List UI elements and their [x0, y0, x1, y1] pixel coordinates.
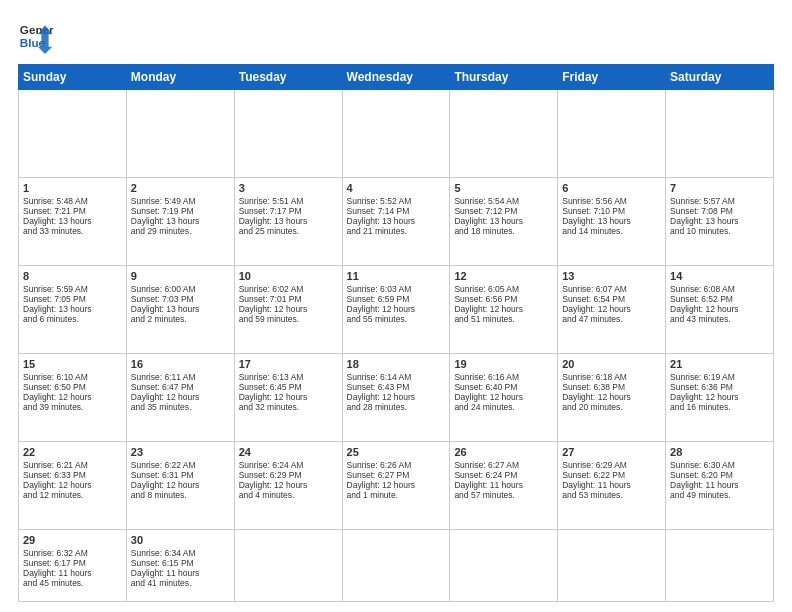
day-info-line: and 12 minutes.: [23, 490, 122, 500]
day-info-line: Sunset: 6:47 PM: [131, 382, 230, 392]
day-info-line: Daylight: 12 hours: [23, 480, 122, 490]
day-info-line: Daylight: 13 hours: [23, 216, 122, 226]
day-info-line: Daylight: 11 hours: [670, 480, 769, 490]
day-cell: 14Sunrise: 6:08 AMSunset: 6:52 PMDayligh…: [666, 266, 774, 354]
day-info-line: and 24 minutes.: [454, 402, 553, 412]
day-info-line: Daylight: 12 hours: [670, 304, 769, 314]
day-number: 4: [347, 182, 446, 194]
day-info-line: Sunrise: 6:29 AM: [562, 460, 661, 470]
day-info-line: and 8 minutes.: [131, 490, 230, 500]
day-info-line: Sunrise: 5:48 AM: [23, 196, 122, 206]
day-cell: 27Sunrise: 6:29 AMSunset: 6:22 PMDayligh…: [558, 442, 666, 530]
day-info-line: Daylight: 12 hours: [454, 392, 553, 402]
day-number: 23: [131, 446, 230, 458]
day-cell: 22Sunrise: 6:21 AMSunset: 6:33 PMDayligh…: [19, 442, 127, 530]
day-number: 19: [454, 358, 553, 370]
day-info-line: Sunrise: 6:02 AM: [239, 284, 338, 294]
day-cell: [234, 90, 342, 178]
day-info-line: Sunrise: 6:32 AM: [23, 548, 122, 558]
day-info-line: and 18 minutes.: [454, 226, 553, 236]
logo: General Blue: [18, 18, 54, 54]
day-info-line: Daylight: 13 hours: [131, 216, 230, 226]
day-number: 28: [670, 446, 769, 458]
col-header-wednesday: Wednesday: [342, 65, 450, 90]
col-header-sunday: Sunday: [19, 65, 127, 90]
day-info-line: Sunrise: 6:19 AM: [670, 372, 769, 382]
day-info-line: and 35 minutes.: [131, 402, 230, 412]
day-info-line: and 55 minutes.: [347, 314, 446, 324]
day-cell: 8Sunrise: 5:59 AMSunset: 7:05 PMDaylight…: [19, 266, 127, 354]
week-row-0: [19, 90, 774, 178]
day-info-line: Daylight: 12 hours: [562, 392, 661, 402]
day-info-line: and 21 minutes.: [347, 226, 446, 236]
day-cell: [342, 530, 450, 602]
day-info-line: Sunset: 6:22 PM: [562, 470, 661, 480]
day-info-line: and 57 minutes.: [454, 490, 553, 500]
day-info-line: Daylight: 13 hours: [454, 216, 553, 226]
week-row-1: 1Sunrise: 5:48 AMSunset: 7:21 PMDaylight…: [19, 178, 774, 266]
day-info-line: and 25 minutes.: [239, 226, 338, 236]
day-info-line: and 43 minutes.: [670, 314, 769, 324]
day-info-line: and 10 minutes.: [670, 226, 769, 236]
day-info-line: Sunrise: 5:49 AM: [131, 196, 230, 206]
day-info-line: Sunrise: 6:14 AM: [347, 372, 446, 382]
day-cell: 16Sunrise: 6:11 AMSunset: 6:47 PMDayligh…: [126, 354, 234, 442]
day-info-line: Daylight: 12 hours: [239, 480, 338, 490]
day-cell: 30Sunrise: 6:34 AMSunset: 6:15 PMDayligh…: [126, 530, 234, 602]
day-info-line: Sunset: 6:45 PM: [239, 382, 338, 392]
day-info-line: Sunrise: 6:30 AM: [670, 460, 769, 470]
day-cell: 1Sunrise: 5:48 AMSunset: 7:21 PMDaylight…: [19, 178, 127, 266]
day-number: 1: [23, 182, 122, 194]
day-info-line: Sunrise: 6:21 AM: [23, 460, 122, 470]
day-info-line: and 51 minutes.: [454, 314, 553, 324]
day-cell: 7Sunrise: 5:57 AMSunset: 7:08 PMDaylight…: [666, 178, 774, 266]
day-info-line: and 20 minutes.: [562, 402, 661, 412]
day-info-line: and 2 minutes.: [131, 314, 230, 324]
day-info-line: Daylight: 13 hours: [347, 216, 446, 226]
day-info-line: Sunrise: 6:10 AM: [23, 372, 122, 382]
day-cell: 5Sunrise: 5:54 AMSunset: 7:12 PMDaylight…: [450, 178, 558, 266]
day-info-line: Sunrise: 6:16 AM: [454, 372, 553, 382]
day-info-line: Sunrise: 6:26 AM: [347, 460, 446, 470]
day-number: 16: [131, 358, 230, 370]
day-info-line: and 6 minutes.: [23, 314, 122, 324]
day-info-line: Daylight: 13 hours: [23, 304, 122, 314]
day-number: 22: [23, 446, 122, 458]
day-cell: 20Sunrise: 6:18 AMSunset: 6:38 PMDayligh…: [558, 354, 666, 442]
day-info-line: and 4 minutes.: [239, 490, 338, 500]
day-cell: [342, 90, 450, 178]
svg-text:General: General: [20, 23, 54, 36]
day-info-line: and 33 minutes.: [23, 226, 122, 236]
day-number: 10: [239, 270, 338, 282]
day-number: 11: [347, 270, 446, 282]
day-cell: [19, 90, 127, 178]
day-cell: [666, 90, 774, 178]
day-cell: 13Sunrise: 6:07 AMSunset: 6:54 PMDayligh…: [558, 266, 666, 354]
day-cell: 17Sunrise: 6:13 AMSunset: 6:45 PMDayligh…: [234, 354, 342, 442]
week-row-4: 22Sunrise: 6:21 AMSunset: 6:33 PMDayligh…: [19, 442, 774, 530]
day-cell: 21Sunrise: 6:19 AMSunset: 6:36 PMDayligh…: [666, 354, 774, 442]
day-info-line: and 1 minute.: [347, 490, 446, 500]
day-info-line: Daylight: 12 hours: [347, 304, 446, 314]
day-number: 18: [347, 358, 446, 370]
day-info-line: Sunrise: 6:27 AM: [454, 460, 553, 470]
day-info-line: Sunset: 7:10 PM: [562, 206, 661, 216]
day-info-line: Sunset: 6:20 PM: [670, 470, 769, 480]
day-cell: [666, 530, 774, 602]
day-info-line: and 39 minutes.: [23, 402, 122, 412]
day-info-line: Daylight: 12 hours: [347, 480, 446, 490]
day-info-line: Sunset: 6:29 PM: [239, 470, 338, 480]
day-info-line: Sunset: 6:17 PM: [23, 558, 122, 568]
day-number: 12: [454, 270, 553, 282]
day-info-line: Daylight: 12 hours: [562, 304, 661, 314]
day-info-line: and 59 minutes.: [239, 314, 338, 324]
day-info-line: Daylight: 13 hours: [239, 216, 338, 226]
day-number: 29: [23, 534, 122, 546]
day-info-line: and 41 minutes.: [131, 578, 230, 588]
day-info-line: Sunset: 6:40 PM: [454, 382, 553, 392]
day-info-line: Daylight: 13 hours: [131, 304, 230, 314]
day-cell: 9Sunrise: 6:00 AMSunset: 7:03 PMDaylight…: [126, 266, 234, 354]
day-cell: 6Sunrise: 5:56 AMSunset: 7:10 PMDaylight…: [558, 178, 666, 266]
day-cell: [558, 90, 666, 178]
day-number: 30: [131, 534, 230, 546]
